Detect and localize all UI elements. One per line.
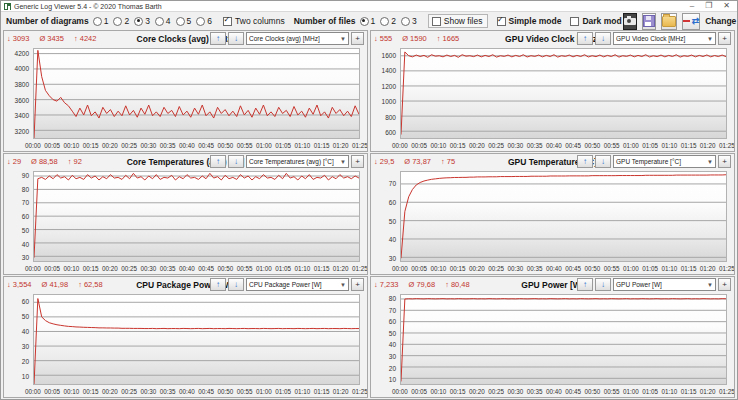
y-tick-label: 4000: [15, 65, 29, 72]
channel-select[interactable]: GPU Temperature [°C] ▼: [613, 155, 716, 168]
chart-grid: Core Clocks (avg) [MHz] ↓ 3093 Ø 3435 ↑ …: [1, 30, 737, 399]
diagrams-radio-circle-3[interactable]: [134, 17, 143, 26]
x-tick-label: 00:20: [102, 142, 118, 149]
x-tick-label: 00:35: [160, 265, 176, 272]
x-tick-label: 00:05: [411, 265, 427, 272]
show-files-checkbox[interactable]: Show files: [428, 14, 488, 28]
channel-down-button[interactable]: ↓: [228, 278, 244, 291]
x-tick-label: 01:05: [275, 142, 291, 149]
channel-up-button[interactable]: ↑: [210, 32, 226, 45]
files-radio-2[interactable]: 2: [380, 16, 396, 26]
x-tick-label: 00:15: [450, 142, 466, 149]
x-tick-label: 00:00: [25, 142, 41, 149]
diagrams-radio-circle-1[interactable]: [93, 17, 102, 26]
diagrams-radio-1[interactable]: 1: [93, 16, 109, 26]
stat-min: 29,5: [380, 157, 395, 166]
channel-down-button[interactable]: ↓: [595, 278, 611, 291]
diagrams-radio-2[interactable]: 2: [113, 16, 129, 26]
add-channel-button[interactable]: +: [718, 278, 731, 291]
add-channel-button[interactable]: +: [351, 278, 364, 291]
files-radio-1[interactable]: 1: [360, 16, 376, 26]
channel-select[interactable]: Core Clocks (avg) [MHz] ▼: [246, 32, 349, 45]
chart-controls: ↑ ↓ GPU Temperature [°C] ▼ +: [577, 155, 731, 168]
avg-marker-icon: Ø: [402, 34, 408, 43]
plot-area: [400, 171, 727, 262]
channel-down-button[interactable]: ↓: [228, 155, 244, 168]
x-tick-label: 01:15: [681, 388, 697, 395]
screenshot-button[interactable]: [623, 13, 637, 30]
chart-header: GPU Video Clock [MHz] ↓ 555 Ø 1590 ↑ 166…: [371, 31, 734, 46]
channel-down-button[interactable]: ↓: [595, 155, 611, 168]
diagrams-radio-4[interactable]: 4: [155, 16, 171, 26]
diagrams-radio-label-2: 2: [124, 16, 129, 26]
x-tick-label: 00:50: [217, 265, 233, 272]
channel-up-button[interactable]: ↑: [210, 155, 226, 168]
add-channel-button[interactable]: +: [351, 155, 364, 168]
stat-max: 75: [447, 157, 455, 166]
diagrams-radio-circle-5[interactable]: [176, 17, 185, 26]
x-tick-label: 00:10: [431, 265, 447, 272]
simple-mode-checkbox-box[interactable]: [497, 17, 506, 26]
files-radio-3[interactable]: 3: [401, 16, 417, 26]
chart-controls: ↑ ↓ Core Temperatures (avg) [°C] ▼ +: [210, 155, 364, 168]
change-all-label: Change all: [705, 16, 738, 26]
save-button[interactable]: [642, 13, 656, 30]
x-tick-label: 01:25: [719, 142, 735, 149]
stat-min: 3,554: [13, 280, 32, 289]
chart-stats: ↓ 29,5 Ø 73,87 ↑ 75: [374, 157, 455, 166]
min-marker-icon: ↓: [7, 157, 11, 166]
y-tick-label: 40: [389, 341, 396, 348]
reset-zoom-button[interactable]: ⇄: [682, 13, 701, 30]
diagrams-radio-circle-4[interactable]: [155, 17, 164, 26]
chevron-down-icon: ▼: [707, 282, 713, 288]
maximize-button[interactable]: ❐: [705, 2, 712, 10]
dark-mode-checkbox-box[interactable]: [570, 17, 579, 26]
y-tick-label: 80: [22, 185, 29, 192]
x-tick-label: 00:30: [508, 142, 524, 149]
diagrams-radio-5[interactable]: 5: [176, 16, 192, 26]
show-files-checkbox-box[interactable]: [432, 17, 441, 26]
channel-up-button[interactable]: ↑: [577, 278, 593, 291]
simple-mode-checkbox[interactable]: Simple mode: [497, 16, 562, 26]
channel-down-button[interactable]: ↓: [595, 32, 611, 45]
two-columns-checkbox[interactable]: Two columns: [223, 16, 285, 26]
chart-controls: ↑ ↓ CPU Package Power [W] ▼ +: [210, 278, 364, 291]
chart-header: GPU Power [W] ↓ 7,233 Ø 79,68 ↑ 80,48 ↑ …: [371, 277, 734, 292]
avg-marker-icon: Ø: [42, 280, 48, 289]
diagrams-radio-3[interactable]: 3: [134, 16, 150, 26]
channel-up-button[interactable]: ↑: [577, 32, 593, 45]
channel-select[interactable]: CPU Package Power [W] ▼: [246, 278, 349, 291]
close-button[interactable]: ✕: [723, 2, 730, 10]
add-channel-button[interactable]: +: [351, 32, 364, 45]
add-channel-button[interactable]: +: [718, 155, 731, 168]
x-tick-label: 00:55: [604, 142, 620, 149]
x-tick-label: 01:20: [700, 265, 716, 272]
y-tick-label: 70: [22, 199, 29, 206]
channel-up-button[interactable]: ↑: [577, 155, 593, 168]
dark-mode-checkbox[interactable]: Dark mod: [570, 16, 621, 26]
x-tick-label: 00:25: [488, 265, 504, 272]
two-columns-checkbox-box[interactable]: [223, 17, 232, 26]
open-folder-button[interactable]: [661, 13, 677, 30]
x-tick-label: 01:00: [623, 142, 639, 149]
add-channel-button[interactable]: +: [718, 32, 731, 45]
x-tick-label: 00:20: [469, 142, 485, 149]
app-icon: [4, 3, 11, 10]
x-tick-label: 00:50: [217, 388, 233, 395]
diagrams-radio-circle-2[interactable]: [113, 17, 122, 26]
minimize-button[interactable]: –: [690, 2, 694, 10]
diagrams-radio-6[interactable]: 6: [196, 16, 212, 26]
channel-down-button[interactable]: ↓: [228, 32, 244, 45]
files-radio-circle-3[interactable]: [401, 17, 410, 26]
channel-select[interactable]: Core Temperatures (avg) [°C] ▼: [246, 155, 349, 168]
channel-select[interactable]: GPU Power [W] ▼: [613, 278, 716, 291]
x-tick-label: 01:10: [294, 142, 310, 149]
channel-up-button[interactable]: ↑: [210, 278, 226, 291]
x-tick-label: 00:15: [450, 265, 466, 272]
channel-select[interactable]: GPU Video Clock [MHz] ▼: [613, 32, 716, 45]
files-radio-circle-1[interactable]: [360, 17, 369, 26]
files-radio-circle-2[interactable]: [380, 17, 389, 26]
diagrams-radio-circle-6[interactable]: [196, 17, 205, 26]
chart-area: 102030405060 00:0000:0500:1000:1500:2000…: [6, 293, 364, 395]
y-tick-label: 1600: [382, 51, 396, 58]
